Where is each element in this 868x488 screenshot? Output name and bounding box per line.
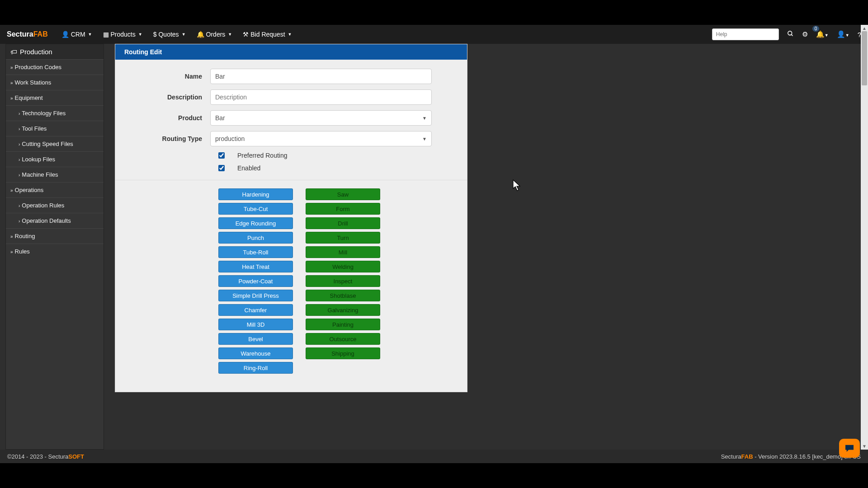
selected-op-button[interactable]: Outsource (306, 333, 380, 345)
available-op-button[interactable]: Tube-Cut (218, 203, 293, 215)
chat-button[interactable] (839, 439, 860, 458)
sidebar-item-rules[interactable]: »Rules (6, 244, 104, 259)
grid-icon: ▦ (103, 31, 109, 38)
nav-bid-label: Bid Request (250, 31, 285, 38)
chevron-down-icon: ▼ (288, 32, 292, 37)
sidebar-sub-lookup-files[interactable]: ›Lookup Files (6, 151, 104, 167)
product-label: Product (129, 114, 210, 122)
footer-brand-left: Sectura (721, 453, 741, 460)
sidebar-sub-operation-rules[interactable]: ›Operation Rules (6, 197, 104, 213)
selected-op-button[interactable]: Painting (306, 319, 380, 330)
sidebar-sub-cutting-speed-files[interactable]: ›Cutting Speed Files (6, 136, 104, 151)
routing-type-label: Routing Type (129, 135, 210, 142)
available-op-button[interactable]: Ring-Roll (218, 362, 293, 374)
help-search-input[interactable] (712, 28, 779, 40)
routing-edit-panel: Routing Edit Name Description Product Ba… (115, 44, 467, 392)
nav-products[interactable]: ▦ Products ▼ (98, 25, 148, 44)
selected-op-button[interactable]: Galvanizing (306, 304, 380, 316)
notifications-icon[interactable]: 0 🔔▼ (816, 30, 829, 38)
brand-right: FAB (33, 30, 48, 38)
nav-crm[interactable]: 👤 CRM ▼ (56, 25, 98, 44)
available-op-button[interactable]: Heat Treat (218, 261, 293, 272)
available-op-button[interactable]: Mill 3D (218, 319, 293, 330)
product-select-value: Bar (215, 114, 225, 122)
chevron-down-icon: ▼ (182, 32, 186, 37)
chevron-down-icon: ▼ (88, 32, 92, 37)
available-op-button[interactable]: Bevel (218, 333, 293, 345)
preferred-routing-checkbox[interactable] (218, 152, 225, 159)
available-op-button[interactable]: Powder-Coat (218, 275, 293, 287)
svg-point-0 (788, 31, 792, 35)
sidebar-item-operations[interactable]: »Operations (6, 182, 104, 197)
product-select[interactable]: Bar ▼ (210, 110, 432, 126)
sidebar-sub-technology-files[interactable]: ›Technology Files (6, 105, 104, 121)
scroll-down-icon[interactable]: ▼ (862, 444, 867, 449)
available-op-button[interactable]: Simple Drill Press (218, 290, 293, 301)
sidebar-sub-tool-files[interactable]: ›Tool Files (6, 121, 104, 136)
sidebar-item-label: Operations (15, 187, 44, 193)
available-op-button[interactable]: Punch (218, 232, 293, 244)
available-op-button[interactable]: Tube-Roll (218, 246, 293, 258)
user-menu[interactable]: 👤▼ (837, 30, 849, 38)
enabled-label: Enabled (237, 164, 260, 172)
sidebar-item-equipment[interactable]: »Equipment (6, 90, 104, 105)
nav-products-label: Products (111, 31, 136, 38)
sidebar-item-work-stations[interactable]: »Work Stations (6, 75, 104, 90)
gavel-icon: ⚒ (243, 31, 249, 38)
search-icon[interactable] (787, 30, 794, 38)
selected-op-button[interactable]: Drill (306, 217, 380, 229)
selected-op-button[interactable]: Shipping (306, 347, 380, 359)
chevron-icon: » (10, 65, 13, 70)
description-label: Description (129, 94, 210, 101)
scrollbar-thumb[interactable] (862, 31, 867, 85)
sidebar-item-label: Rules (15, 248, 30, 255)
nav-orders-label: Orders (206, 31, 226, 38)
routing-type-select[interactable]: production ▼ (210, 131, 432, 146)
navbar: SecturaFAB 👤 CRM ▼ ▦ Products ▼ $ Quotes… (0, 25, 868, 44)
nav-crm-label: CRM (71, 31, 85, 38)
available-op-button[interactable]: Edge Rounding (218, 217, 293, 229)
available-op-button[interactable]: Hardening (218, 188, 293, 200)
sidebar-sub-machine-files[interactable]: ›Machine Files (6, 167, 104, 182)
selected-op-button[interactable]: Welding (306, 261, 380, 272)
selected-op-button[interactable]: Form (306, 203, 380, 215)
sidebar-sub-operation-defaults[interactable]: ›Operation Defaults (6, 213, 104, 228)
chevron-icon: » (10, 249, 13, 254)
chevron-icon: › (19, 219, 20, 224)
nav-quotes[interactable]: $ Quotes ▼ (148, 25, 191, 44)
brand-logo: SecturaFAB (7, 30, 48, 38)
footer-copyright: ©2014 - 2023 - SecturaSOFT (7, 453, 84, 460)
sidebar-sub-label: Technology Files (22, 110, 66, 117)
selected-operations-column: SawFormDrillTurnMillWeldingInspectShotbl… (306, 188, 380, 374)
chevron-icon: › (19, 157, 20, 162)
scroll-up-icon[interactable]: ▲ (862, 26, 867, 31)
chevron-icon: » (10, 234, 13, 239)
selected-op-button[interactable]: Turn (306, 232, 380, 244)
sidebar-item-label: Work Stations (15, 79, 52, 86)
available-op-button[interactable]: Warehouse (218, 347, 293, 359)
chevron-icon: » (10, 96, 13, 101)
sidebar-item-label: Production Codes (15, 64, 61, 70)
nav-orders[interactable]: 🔔 Orders ▼ (191, 25, 238, 44)
selected-op-button[interactable]: Mill (306, 246, 380, 258)
chevron-icon: › (19, 173, 20, 178)
sidebar-item-production-codes[interactable]: »Production Codes (6, 59, 104, 75)
gear-icon[interactable]: ⚙ (802, 30, 808, 38)
nav-quotes-label: Quotes (158, 31, 179, 38)
name-input[interactable] (210, 69, 432, 84)
selected-op-button[interactable]: Inspect (306, 275, 380, 287)
chevron-down-icon: ▼ (422, 136, 427, 141)
sidebar-sub-label: Lookup Files (22, 156, 55, 163)
selected-op-button[interactable]: Saw (306, 188, 380, 200)
available-op-button[interactable]: Chamfer (218, 304, 293, 316)
nav-bid-request[interactable]: ⚒ Bid Request ▼ (237, 25, 297, 44)
sidebar-item-routing[interactable]: »Routing (6, 228, 104, 244)
sidebar-sub-label: Operation Defaults (22, 217, 71, 224)
selected-op-button[interactable]: Shotblase (306, 290, 380, 301)
chevron-icon: › (19, 203, 20, 208)
footer-copyright-prefix: ©2014 - 2023 - Sectura (7, 453, 68, 460)
description-input[interactable] (210, 89, 432, 105)
tag-icon: 🏷 (10, 48, 17, 56)
scrollbar[interactable]: ▲ ▼ (861, 25, 868, 450)
enabled-checkbox[interactable] (218, 165, 225, 171)
